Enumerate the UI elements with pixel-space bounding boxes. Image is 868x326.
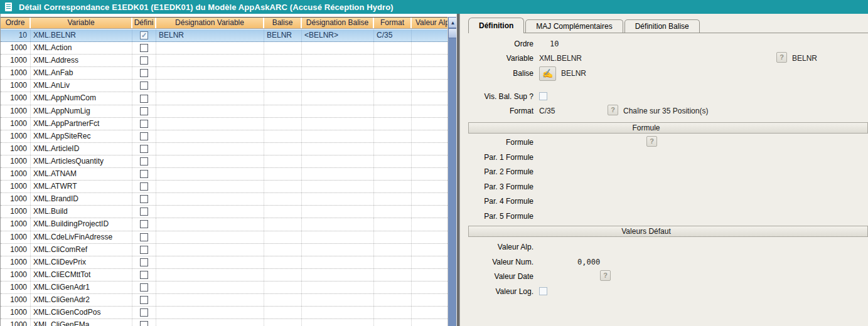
column-header-ordre[interactable]: Ordre (1, 18, 31, 28)
table-row[interactable]: 1000XML.ATWRT (1, 181, 447, 193)
table-row[interactable]: 1000XML.ArticlesQuantity (1, 155, 447, 168)
defini-checkbox[interactable] (140, 44, 148, 52)
table-cell: XML.AppPartnerFct (31, 118, 132, 130)
table-cell (156, 130, 264, 142)
valeur-log-checkbox[interactable] (539, 287, 547, 295)
table-cell: 1000 (1, 168, 31, 180)
defini-checkbox[interactable] (140, 82, 148, 90)
table-row[interactable]: 1000XML.AnFab (1, 67, 447, 80)
defini-cell (132, 130, 156, 142)
valeur-date-row: Valeur Date ? (461, 271, 868, 283)
tab-definition-balise[interactable]: Définition Balise (624, 19, 700, 33)
defini-checkbox[interactable] (140, 195, 148, 203)
defini-cell (132, 256, 156, 268)
table-row[interactable]: 1000XML.AnLiv (1, 80, 447, 92)
table-cell (156, 193, 264, 205)
column-header-valeur[interactable]: Valeur Alp. (412, 18, 447, 28)
defini-checkbox[interactable] (140, 233, 148, 241)
table-cell (156, 206, 264, 218)
table-row[interactable]: 1000XML.CliGenCodPos (1, 307, 447, 319)
table-cell (264, 42, 302, 54)
defini-checkbox[interactable] (140, 132, 148, 140)
defini-cell (132, 155, 156, 167)
formule-help-button[interactable]: ? (646, 136, 657, 147)
format-description: Chaîne sur 35 Position(s) (623, 106, 708, 116)
defini-checkbox[interactable] (140, 271, 148, 279)
column-header-designation-variable[interactable]: Désignation Variable (156, 18, 264, 28)
table-row[interactable]: 1000XML.CliComRef (1, 244, 447, 256)
table-row[interactable]: 1000XML.Address (1, 55, 447, 67)
tab-definition[interactable]: Définition (468, 18, 524, 33)
table-cell: <BELNR> (302, 29, 374, 41)
table-cell (374, 231, 412, 243)
variable-help-button[interactable]: ? (776, 52, 787, 63)
defini-checkbox[interactable] (140, 258, 148, 266)
table-cell: XML.CliECMttTot (31, 269, 132, 281)
defini-checkbox[interactable] (140, 208, 148, 216)
defini-checkbox[interactable] (140, 107, 148, 115)
table-row[interactable]: 1000XML.AppPartnerFct (1, 118, 447, 130)
column-header-format[interactable]: Format (374, 18, 412, 28)
format-value[interactable]: C/35 (539, 106, 555, 116)
table-cell (412, 42, 447, 54)
table-row[interactable]: 1000XML.AppNumLig (1, 105, 447, 118)
table-row[interactable]: 1000XML.BuildingProjectID (1, 218, 447, 231)
table-cell: 1000 (1, 105, 31, 117)
table-row[interactable]: 1000XML.Action (1, 42, 447, 55)
valeur-date-help-button[interactable]: ? (600, 270, 611, 281)
table-row[interactable]: 1000XML.CliGenEMa (1, 319, 447, 326)
defini-checkbox[interactable] (140, 120, 148, 128)
table-scrollbar[interactable]: ▲ (447, 17, 457, 326)
defini-checkbox[interactable] (140, 296, 148, 304)
par3-formule-label: Par. 3 Formule (461, 182, 533, 192)
table-row[interactable]: 1000XML.CliECMttTot (1, 269, 447, 281)
defini-checkbox[interactable] (140, 182, 148, 191)
defini-checkbox[interactable] (140, 56, 148, 65)
table-cell (412, 206, 447, 218)
defini-checkbox[interactable] (140, 283, 148, 292)
table-row[interactable]: 1000XML.AppSiteRec (1, 130, 447, 143)
column-header-designation-balise[interactable]: Désignation Balise (302, 18, 374, 28)
table-row[interactable]: 1000XML.BrandID (1, 193, 447, 206)
table-row[interactable]: 1000XML.CliGenAdr2 (1, 294, 447, 307)
defini-cell (132, 269, 156, 281)
table-cell (374, 130, 412, 142)
defini-checkbox[interactable] (140, 69, 148, 77)
table-cell: 1000 (1, 42, 31, 54)
table-row[interactable]: 1000XML.AppNumCom (1, 92, 447, 105)
table-row[interactable]: 1000XML.ArticleID (1, 143, 447, 155)
defini-checkbox[interactable] (140, 95, 148, 103)
vis-bal-sup-checkbox[interactable] (539, 92, 547, 100)
defini-checkbox[interactable] (140, 308, 148, 317)
column-header-defini[interactable]: Défini (132, 18, 156, 28)
valeur-num-value[interactable]: 0,000 (577, 257, 600, 267)
table-cell (412, 307, 447, 318)
defini-checkbox[interactable] (140, 220, 148, 228)
table-cell: XML.BELNR (31, 29, 132, 41)
balise-tag-button[interactable]: ✍ (539, 66, 556, 81)
table-row[interactable]: 1000XML.CdeLivFinAdresse (1, 231, 447, 244)
par2-formule-row: Par. 2 Formule (461, 167, 868, 178)
defini-checkbox[interactable] (140, 321, 148, 326)
table-cell: XML.Action (31, 42, 132, 54)
table-row[interactable]: 10XML.BELNRBELNRBELNR<BELNR>C/35 (1, 29, 447, 42)
column-header-variable[interactable]: Variable (31, 18, 132, 28)
format-help-button[interactable]: ? (608, 105, 618, 115)
tab-maj-complementaires[interactable]: MAJ Complémentaires (525, 19, 623, 33)
column-header-balise[interactable]: Balise (264, 18, 302, 28)
defini-checkbox[interactable] (140, 157, 148, 166)
defini-checkbox[interactable] (140, 170, 148, 178)
table-cell (156, 231, 264, 243)
formule-section-header: Formule (468, 122, 868, 134)
table-row[interactable]: 1000XML.CliDevPrix (1, 256, 447, 269)
table-row[interactable]: 1000XML.ATNAM (1, 168, 447, 181)
table-row[interactable]: 1000XML.CliGenAdr1 (1, 281, 447, 294)
correspondence-table-pane: Ordre Variable Défini Désignation Variab… (0, 14, 456, 326)
table-cell (302, 143, 374, 155)
defini-checkbox[interactable] (140, 31, 148, 39)
variable-value[interactable]: XML.BELNR (539, 53, 582, 63)
table-row[interactable]: 1000XML.Build (1, 206, 447, 218)
defini-checkbox[interactable] (140, 145, 148, 153)
pane-divider[interactable] (456, 14, 461, 326)
defini-checkbox[interactable] (140, 246, 148, 254)
